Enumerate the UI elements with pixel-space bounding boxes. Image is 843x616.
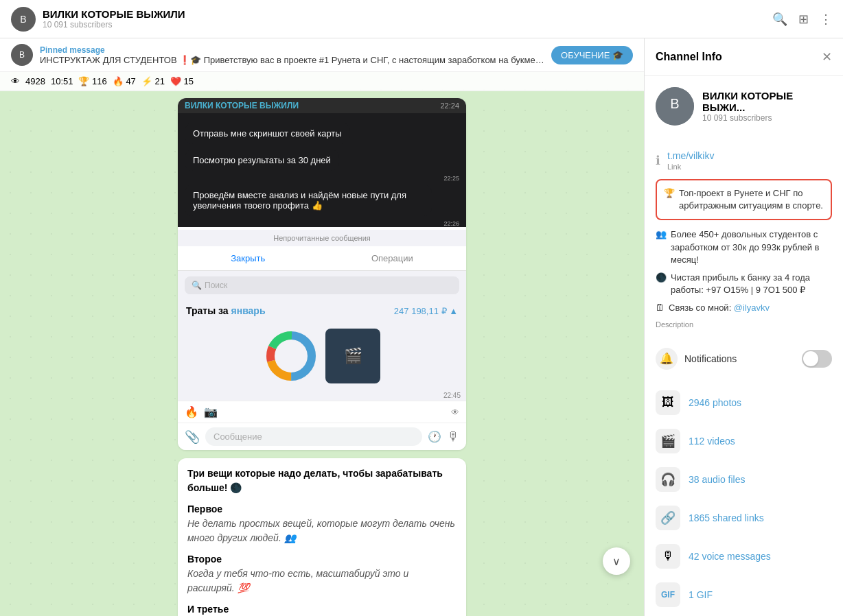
desc-icon-4: 🗓 <box>656 302 665 314</box>
pinned-label: Pinned message <box>40 45 544 55</box>
audio-row[interactable]: 🎧 38 audio files <box>645 460 843 499</box>
section-title-1: Первое <box>187 502 457 517</box>
desc-extra: 👥 Более 450+ довольных студентов с зараб… <box>645 228 843 333</box>
pinned-text: ИНСТРУКТАЖ ДЛЯ СТУДЕНТОВ ❗🎓 Приветствую … <box>40 55 544 65</box>
voice-row[interactable]: 🎙 42 voice messages <box>645 537 843 576</box>
chat-area: В Pinned message ИНСТРУКТАЖ ДЛЯ СТУДЕНТО… <box>0 38 644 616</box>
toggle-knob <box>803 351 818 366</box>
card-input-area: 📎 Сообщение 🕐 🎙 <box>178 423 466 450</box>
search-icon[interactable]: 🔍 <box>772 12 787 27</box>
phone-header: Закрыть Операции <box>178 246 466 271</box>
links-label: 1865 shared links <box>689 512 764 523</box>
channel-title: ВИЛКИ КОТОРЫЕ ВЫЖИЛИ <box>43 8 772 20</box>
card-header: ВИЛКИ КОТОРЫЕ ВЫЖИЛИ 22:24 <box>178 98 466 113</box>
channel-name-panel: ВИЛКИ КОТОРЫЕ ВЫЖИ... <box>702 90 832 113</box>
channel-header: В ВИЛКИ КОТОРЫЕ ВЫЖИЛИ 10 091 subscriber… <box>0 0 843 38</box>
card-view-count: 👁 <box>451 407 459 417</box>
card-time: 22:24 <box>440 102 459 110</box>
channel-link[interactable]: t.me/vilkikv <box>667 150 714 161</box>
pinned-message-bar[interactable]: В Pinned message ИНСТРУКТАЖ ДЛЯ СТУДЕНТО… <box>0 38 644 72</box>
bubble-1: Отправь мне скриншот своей карты <box>185 123 350 144</box>
close-panel-button[interactable]: ✕ <box>822 49 832 64</box>
bubble-2: Посмотрю результаты за 30 дней <box>185 150 339 171</box>
gif-icon: GIF <box>656 582 680 607</box>
desc-icon-1: 🏆 <box>664 187 675 212</box>
fire-btn[interactable]: 🔥 <box>185 405 198 418</box>
videos-row[interactable]: 🎬 112 videos <box>645 422 843 460</box>
card-bottom-controls: 🔥 📷 👁 <box>178 401 466 423</box>
message-input-card[interactable]: Сообщение <box>205 427 422 446</box>
desc-text-1: Топ-проект в Рунете и СНГ по арбитражным… <box>679 187 824 212</box>
spendings-label: Траты за январь <box>186 305 266 316</box>
header-info: ВИЛКИ КОТОРЫЕ ВЫЖИЛИ 10 091 subscribers <box>43 8 772 29</box>
phone-close-btn[interactable]: Закрыть <box>231 253 265 263</box>
reaction-heart: ❤️ 15 <box>170 76 194 86</box>
camera-btn[interactable]: 📷 <box>204 405 218 418</box>
voice-label: 42 voice messages <box>689 551 771 562</box>
photos-label: 2946 photos <box>689 397 741 408</box>
reactions-bar: 👁 4928 10:51 🏆 116 🔥 47 ⚡ 21 ❤️ 15 <box>0 72 644 91</box>
messages-container: ВИЛКИ КОТОРЫЕ ВЫЖИЛИ 22:24 Отправь мне с… <box>0 91 644 616</box>
msg-section-2: Второе Когда у тебя что-то есть, масштаб… <box>187 552 457 595</box>
msg-section-1: Первое Не делать простых вещей, которые … <box>187 502 457 545</box>
section-body-1: Не делать простых вещей, которые могут д… <box>187 517 457 545</box>
notifications-toggle[interactable] <box>802 350 832 368</box>
gif-row[interactable]: GIF 1 GIF <box>645 576 843 614</box>
desc-text-4: Связь со мной: @ilyavkv <box>669 302 770 314</box>
card-channel-name: ВИЛКИ КОТОРЫЕ ВЫЖИЛИ <box>185 101 299 110</box>
panel-title: Channel Info <box>656 51 722 63</box>
bubble-3: Проведём вместе анализ и найдём новые пу… <box>185 185 432 216</box>
phone-search[interactable]: 🔍Поиск <box>185 276 459 294</box>
phone-ops-btn[interactable]: Операции <box>371 253 413 263</box>
voice-icon: 🎙 <box>656 544 680 569</box>
audio-icon: 🎧 <box>656 467 680 492</box>
reaction-fire: 🔥 47 <box>113 76 136 86</box>
time-label: 10:51 <box>51 76 73 86</box>
donut-chart-area: 🎬 <box>178 322 466 390</box>
phone-time-bottom: 22:45 <box>178 390 466 401</box>
eye-icon: 👁 <box>11 76 20 86</box>
link-icon: ℹ <box>656 153 660 168</box>
photos-icon: 🖼 <box>656 390 680 415</box>
description-box: 🏆 Топ-проект в Рунете и СНГ по арбитражн… <box>656 179 832 220</box>
bell-icon: 🔔 <box>656 348 678 370</box>
channel-panel-avatar: В <box>656 87 694 126</box>
desc-icon-3: 🌑 <box>656 272 667 296</box>
svg-text:В: В <box>670 96 679 111</box>
videos-icon: 🎬 <box>656 429 680 453</box>
subscriber-count: 10 091 subscribers <box>43 20 772 29</box>
spendings-amount: 247 198,11 ₽ ▲ <box>394 306 458 316</box>
clock-icon-card[interactable]: 🕐 <box>428 430 441 443</box>
pinned-cta-button[interactable]: ОБУЧЕНИЕ 🎓 <box>551 46 633 64</box>
channel-panel-info: ВИЛКИ КОТОРЫЕ ВЫЖИ... 10 091 subscribers <box>702 90 832 123</box>
link-section: ℹ t.me/vilkikv Link <box>645 142 843 179</box>
links-row[interactable]: 🔗 1865 shared links <box>645 499 843 537</box>
layout-icon[interactable]: ⊞ <box>798 12 809 27</box>
header-actions: 🔍 ⊞ ⋮ <box>772 12 832 27</box>
links-icon: 🔗 <box>656 506 680 530</box>
section-title-3: И третье <box>187 602 457 616</box>
channel-avatar: В <box>11 7 36 32</box>
notifications-row: 🔔 Notifications <box>645 340 843 378</box>
mic-icon-card[interactable]: 🎙 <box>447 429 459 444</box>
media-thumbnail: 🎬 <box>325 329 380 383</box>
msg-heading: Три вещи которые надо делать, чтобы зара… <box>187 466 457 495</box>
msg-section-3: И третье Если у тебя что-то всё-таки пол… <box>187 602 457 616</box>
notif-left: 🔔 Notifications <box>656 348 737 370</box>
photos-row[interactable]: 🖼 2946 photos <box>645 383 843 422</box>
scroll-down-button[interactable]: ∨ <box>603 547 630 575</box>
view-count: 4928 <box>25 76 45 86</box>
desc-text-3: Чистая прибыль к банку за 4 года работы:… <box>671 272 832 296</box>
message-card: ВИЛКИ КОТОРЫЕ ВЫЖИЛИ 22:24 Отправь мне с… <box>178 98 466 450</box>
desc-icon-2: 👥 <box>656 228 667 266</box>
right-panel: Channel Info ✕ В ВИЛКИ КОТОРЫЕ ВЫЖИ... 1… <box>644 38 843 616</box>
more-icon[interactable]: ⋮ <box>820 12 832 27</box>
desc-item-2: 👥 Более 450+ довольных студентов с зараб… <box>656 228 832 266</box>
audio-label: 38 audio files <box>689 474 746 485</box>
videos-label: 112 videos <box>689 436 735 447</box>
main-layout: В Pinned message ИНСТРУКТАЖ ДЛЯ СТУДЕНТО… <box>0 38 843 616</box>
notifications-label: Notifications <box>684 353 737 364</box>
desc-item-3: 🌑 Чистая прибыль к банку за 4 года работ… <box>656 272 832 296</box>
attach-icon-card[interactable]: 📎 <box>185 429 200 445</box>
section-body-2: Когда у тебя что-то есть, масштабируй эт… <box>187 567 457 595</box>
